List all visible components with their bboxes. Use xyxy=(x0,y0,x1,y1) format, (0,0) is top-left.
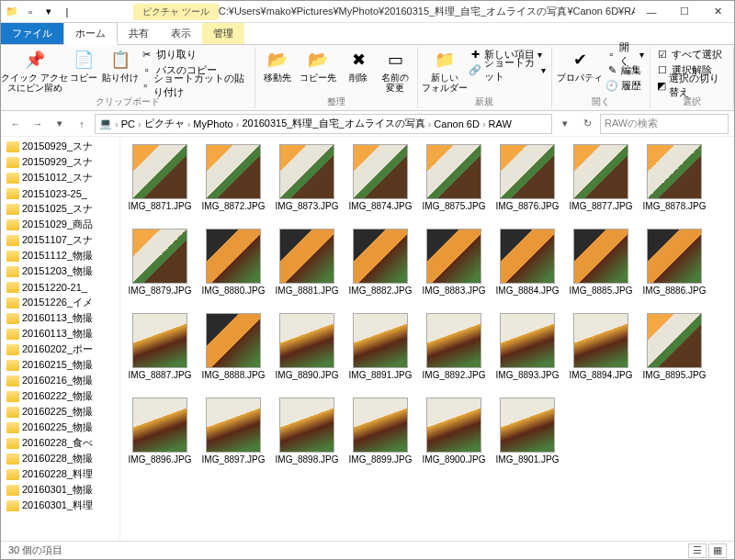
tab-manage[interactable]: 管理 xyxy=(202,23,244,44)
breadcrumb-segment[interactable]: RAW xyxy=(489,118,512,129)
shortcut-button[interactable]: 🔗ショートカット▾ xyxy=(469,62,546,77)
sidebar-item[interactable]: 20160301_料理 xyxy=(1,498,119,513)
breadcrumb-segment[interactable]: MyPhoto xyxy=(193,118,232,129)
file-item[interactable]: IMG_8874.JPG xyxy=(345,142,416,225)
newfolder-button[interactable]: 📁新しい フォルダー xyxy=(424,47,465,95)
file-item[interactable]: IMG_8897.JPG xyxy=(198,396,269,478)
sidebar-item[interactable]: 20160228_物撮 xyxy=(1,451,119,466)
file-item[interactable]: IMG_8884.JPG xyxy=(492,227,563,309)
sidebar-item[interactable]: 20151226_イメ xyxy=(1,295,119,310)
qat-btn[interactable]: ▫ xyxy=(23,5,38,19)
sidebar-item[interactable]: 20160225_物撮 xyxy=(1,420,119,435)
file-item[interactable]: IMG_8899.JPG xyxy=(345,396,416,478)
qat-dropdown[interactable]: ▾ xyxy=(41,5,56,19)
file-item[interactable]: IMG_8891.JPG xyxy=(345,311,416,394)
breadcrumb[interactable]: 💻›PC›ピクチャ›MyPhoto›20160315_料理_自宅_オムライスの写… xyxy=(95,114,552,134)
sidebar-item[interactable]: 20151023-25_ xyxy=(1,185,119,201)
file-item[interactable]: IMG_8894.JPG xyxy=(565,311,637,394)
file-item[interactable]: IMG_8893.JPG xyxy=(492,311,563,394)
file-item[interactable]: IMG_8892.JPG xyxy=(418,311,490,394)
sidebar-item[interactable]: 20151220-21_ xyxy=(1,279,119,295)
file-item[interactable]: IMG_8872.JPG xyxy=(198,142,269,225)
file-item[interactable]: IMG_8871.JPG xyxy=(124,142,196,225)
sidebar-item[interactable]: 20160113_物撮 xyxy=(1,326,119,342)
file-item[interactable]: IMG_8881.JPG xyxy=(271,227,343,309)
edit-button[interactable]: ✎編集 xyxy=(605,62,644,77)
file-item[interactable]: IMG_8901.JPG xyxy=(492,396,563,478)
file-item[interactable]: IMG_8880.JPG xyxy=(198,227,269,309)
file-item[interactable]: IMG_8900.JPG xyxy=(418,396,490,478)
sidebar-item[interactable]: 20151107_スナ xyxy=(1,232,119,248)
file-item[interactable]: IMG_8895.JPG xyxy=(639,311,710,394)
file-name: IMG_8874.JPG xyxy=(349,201,413,211)
file-item[interactable]: IMG_8885.JPG xyxy=(565,227,637,309)
sidebar-item[interactable]: 20160228_料理 xyxy=(1,466,119,482)
copyto-button[interactable]: 📂コピー先 xyxy=(298,47,338,84)
file-item[interactable]: IMG_8876.JPG xyxy=(492,142,563,225)
selectall-button[interactable]: ☑すべて選択 xyxy=(656,47,728,62)
rename-button[interactable]: ▭名前の 変更 xyxy=(379,47,412,95)
file-item[interactable]: IMG_8888.JPG xyxy=(198,311,269,394)
sidebar-item[interactable]: 20151029_商品 xyxy=(1,217,119,232)
view-thumbnails-button[interactable]: ▦ xyxy=(708,543,727,558)
sidebar-item[interactable]: 20150929_スナ xyxy=(1,139,119,154)
delete-button[interactable]: ✖削除 xyxy=(342,47,375,84)
pasteshortcut-button[interactable]: ▫ショートカットの貼り付け xyxy=(141,78,249,93)
paste-button[interactable]: 📋貼り付け xyxy=(104,47,137,84)
file-name: IMG_8899.JPG xyxy=(349,454,413,465)
sidebar-item[interactable]: 20160301_物撮 xyxy=(1,482,119,498)
refresh-button[interactable]: ↻ xyxy=(578,115,596,133)
tab-home[interactable]: ホーム xyxy=(63,22,118,45)
pin-button[interactable]: 📌クイック アクセ スにピン留め xyxy=(6,47,63,95)
back-button[interactable]: ← xyxy=(6,115,25,133)
tab-share[interactable]: 共有 xyxy=(118,23,160,44)
file-item[interactable]: IMG_8882.JPG xyxy=(345,227,416,309)
sidebar-item[interactable]: 20151012_スナ xyxy=(1,170,119,185)
copy-button[interactable]: 📄コピー xyxy=(67,47,100,84)
recent-dropdown[interactable]: ▾ xyxy=(51,115,69,133)
file-item[interactable]: IMG_8898.JPG xyxy=(271,396,343,478)
minimize-button[interactable]: — xyxy=(635,1,668,23)
tab-view[interactable]: 表示 xyxy=(160,23,202,44)
sidebar-item[interactable]: 20160215_物撮 xyxy=(1,357,119,373)
file-item[interactable]: IMG_8886.JPG xyxy=(639,227,710,309)
up-button[interactable]: ↑ xyxy=(73,115,91,133)
breadcrumb-segment[interactable]: 20160315_料理_自宅_オムライスの写真 xyxy=(242,117,424,130)
sidebar-item[interactable]: 20160222_物撮 xyxy=(1,388,119,404)
file-item[interactable]: IMG_8878.JPG xyxy=(639,142,710,225)
sidebar-item[interactable]: 20160225_物撮 xyxy=(1,404,119,420)
file-item[interactable]: IMG_8883.JPG xyxy=(418,227,490,309)
breadcrumb-segment[interactable]: Canon 6D xyxy=(434,118,480,129)
file-pane[interactable]: IMG_8871.JPGIMG_8872.JPGIMG_8873.JPGIMG_… xyxy=(120,137,734,541)
file-item[interactable]: IMG_8896.JPG xyxy=(124,396,196,478)
moveto-button[interactable]: 📂移動先 xyxy=(261,47,294,84)
sidebar-item[interactable]: 20160216_物撮 xyxy=(1,373,119,388)
file-item[interactable]: IMG_8879.JPG xyxy=(124,227,196,309)
properties-button[interactable]: ✔プロパティ xyxy=(558,47,602,84)
sidebar-item[interactable]: 20150929_スナ xyxy=(1,154,119,170)
open-button[interactable]: ▫開く▾ xyxy=(605,47,644,62)
sidebar-item[interactable]: 20160202_ポー xyxy=(1,342,119,357)
sidebar-item[interactable]: 20151112_物撮 xyxy=(1,248,119,263)
tab-file[interactable]: ファイル xyxy=(1,23,63,44)
file-item[interactable]: IMG_8873.JPG xyxy=(271,142,343,225)
close-button[interactable]: ✕ xyxy=(701,1,734,23)
view-details-button[interactable]: ☰ xyxy=(688,543,707,558)
search-input[interactable]: RAWの検索 xyxy=(600,114,729,134)
maximize-button[interactable]: ☐ xyxy=(668,1,701,23)
history-dropdown[interactable]: ▾ xyxy=(556,115,574,133)
file-item[interactable]: IMG_8887.JPG xyxy=(124,311,196,394)
file-item[interactable]: IMG_8875.JPG xyxy=(418,142,490,225)
breadcrumb-segment[interactable]: PC xyxy=(121,118,135,129)
sidebar-item[interactable]: 20160113_物撮 xyxy=(1,310,119,326)
cut-button[interactable]: ✂切り取り xyxy=(141,47,249,62)
sidebar-item[interactable]: 20151203_物撮 xyxy=(1,263,119,279)
breadcrumb-segment[interactable]: ピクチャ xyxy=(144,117,185,130)
file-item[interactable]: IMG_8890.JPG xyxy=(271,311,343,394)
sidebar-item[interactable]: 20160228_食べ xyxy=(1,435,119,451)
file-item[interactable]: IMG_8877.JPG xyxy=(565,142,637,225)
sidebar-item[interactable]: 20151025_スナ xyxy=(1,201,119,217)
invert-button[interactable]: ◩選択の切り替え xyxy=(656,78,728,93)
history-button[interactable]: 🕘履歴 xyxy=(605,78,644,93)
forward-button[interactable]: → xyxy=(28,115,47,133)
